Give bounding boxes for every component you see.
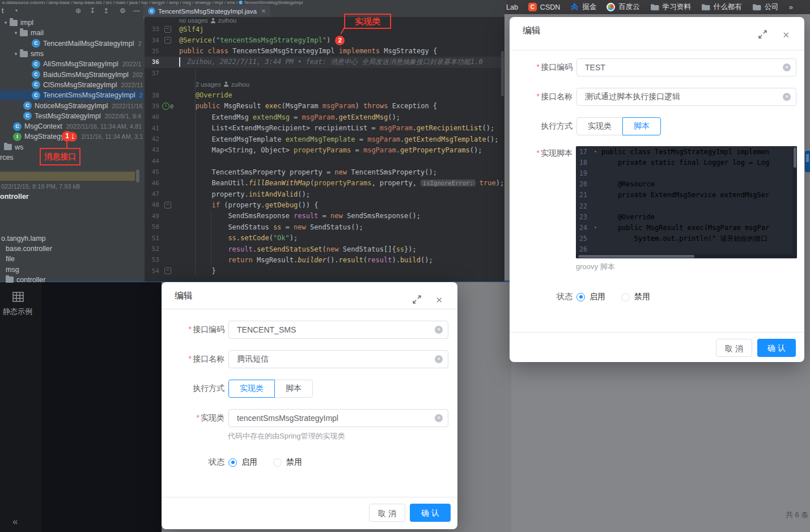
fold-icon[interactable]: − <box>164 202 171 208</box>
code-line[interactable]: 38@Override <box>145 90 504 100</box>
code-line[interactable]: 46BeanUtil.fillBeanWithMap(propertyParam… <box>145 177 504 188</box>
bookmarks-overflow-icon[interactable]: » <box>789 3 793 11</box>
clear-icon[interactable]: ✕ <box>435 414 443 422</box>
list-item[interactable]: file <box>0 254 142 264</box>
code-line[interactable]: 45TencentSmsProperty property = new Tenc… <box>145 167 504 177</box>
collapse-all-icon[interactable]: ↥ <box>103 7 109 15</box>
tree-item-sms[interactable]: ▾sms <box>0 49 143 59</box>
caret-line[interactable]: 36Zuihou, 2022/7/11, 3:44 PM • feat: 消息中… <box>145 57 504 67</box>
hide-panel-icon[interactable]: — <box>133 7 140 15</box>
script-code-line[interactable]: 22 <box>576 201 797 211</box>
script-code-line[interactable]: 23 @Override <box>576 211 797 222</box>
code-line[interactable]: 44 <box>145 156 504 167</box>
script-code-line[interactable]: 26 <box>576 244 797 255</box>
breadcrumb[interactable]: e-datasource-column / lamp-base / lamp-b… <box>0 0 507 5</box>
tree-item-AliSmsMsgStrategyImpl[interactable]: CAliSmsMsgStrategyImpl2022/1 <box>0 59 143 69</box>
exec-mode-script-button[interactable]: 脚本 <box>622 117 661 135</box>
override-method-icon[interactable]: ↑ <box>162 103 169 110</box>
script-hscrollbar[interactable] <box>576 254 797 258</box>
script-code-line[interactable]: 24▾ public MsgResult exec(MsgParam msgPa… <box>576 222 797 233</box>
api-name-input[interactable] <box>577 88 796 105</box>
impl-class-input[interactable] <box>229 410 448 427</box>
bookmark-CSDN[interactable]: CCSDN <box>528 3 560 11</box>
cancel-button[interactable]: 取 消 <box>716 339 752 357</box>
bookmark-百度云[interactable]: 百度云 <box>607 2 640 12</box>
code-line[interactable]: 49SendSmsResponse result = new SendSmsRe… <box>145 211 504 222</box>
tree-highlight-row[interactable] <box>0 172 135 181</box>
script-code-line[interactable]: 21 private ExtendMsgService extendMsgSer <box>576 190 797 201</box>
status-radio-disabled[interactable]: 禁用 <box>273 457 302 467</box>
bookmark-Lab[interactable]: Lab <box>506 3 518 11</box>
fullscreen-icon[interactable] <box>758 30 767 39</box>
tree-item-ClSmsMsgStrategyImpl[interactable]: CClSmsMsgStrategyImpl2022/11 <box>0 80 143 90</box>
script-code-line[interactable]: 20 @Resource <box>576 179 797 190</box>
exec-mode-impl-button[interactable]: 实现类 <box>228 380 275 398</box>
code-line[interactable]: 41List<ExtendMsgRecipient> recipientList… <box>145 123 504 134</box>
tree-item-TencentSmsMsgStrategyImpl[interactable]: CTencentSmsMsgStrategyImpl2 <box>0 90 143 100</box>
bookmark-什么都有[interactable]: 什么都有 <box>701 2 742 12</box>
gear-icon[interactable]: ⚙ <box>120 7 126 15</box>
script-vscrollbar[interactable] <box>792 146 797 254</box>
api-code-field[interactable]: ✕ <box>228 321 448 339</box>
code-line[interactable]: 54−} <box>145 266 504 276</box>
chevron-down-icon[interactable]: ▾ <box>2 20 10 25</box>
groovy-script-editor[interactable]: 17▾public class TestMsgStrategyImpl impl… <box>576 146 797 258</box>
list-item[interactable]: controller <box>0 275 142 285</box>
locate-file-icon[interactable]: ⊕ <box>75 7 81 15</box>
usages-inlay[interactable]: no usageszuihou <box>176 17 236 24</box>
fold-icon[interactable]: − <box>164 37 171 44</box>
tree-item-MsgContext[interactable]: CMsgContext2022/11/16, 11:34 AM, 4.81 k <box>0 121 143 131</box>
exec-mode-script-button[interactable]: 脚本 <box>274 380 313 398</box>
list-item[interactable]: msg <box>0 264 142 274</box>
code-editor[interactable]: no usageszuihou33−@Slf4j34−@Service("ten… <box>145 17 504 282</box>
tree-item-BaiduSmsMsgStrategyImpl[interactable]: CBaiduSmsMsgStrategyImpl202 <box>0 69 143 79</box>
clear-icon[interactable]: ✕ <box>783 93 791 101</box>
expand-all-icon[interactable]: ↧ <box>90 7 95 15</box>
code-line[interactable]: 33−@Slf4j <box>145 24 504 35</box>
api-name-field[interactable]: ✕ <box>576 88 796 106</box>
api-name-input[interactable] <box>229 351 448 368</box>
code-line[interactable]: 35public class TencentSmsMsgStrategyImpl… <box>145 46 504 57</box>
code-line[interactable]: 39↑@public MsgResult exec(MsgParam msgPa… <box>145 101 504 112</box>
edge-blue-button[interactable] <box>805 151 810 172</box>
grid-table-icon[interactable] <box>12 292 24 302</box>
code-line[interactable]: 48−if (property.getDebug()) { <box>145 199 504 210</box>
api-name-field[interactable]: ✕ <box>228 350 448 368</box>
tree-scrollbar-thumb[interactable] <box>136 169 139 182</box>
chevron-down-icon[interactable]: ▾ <box>15 8 18 13</box>
code-line[interactable]: 40ExtendMsg extendMsg = msgParam.getExte… <box>145 112 504 122</box>
list-item[interactable]: base.controller <box>0 244 142 254</box>
cancel-button[interactable]: 取 消 <box>369 504 405 522</box>
code-line[interactable]: 43Map<String, Object> propertyParams = m… <box>145 144 504 155</box>
tree-item-mail[interactable]: ▾mail <box>0 28 143 38</box>
confirm-button[interactable]: 确 认 <box>410 504 451 522</box>
code-line[interactable]: 34−@Service("tencentSmsMsgStrategyImpl")… <box>145 35 504 45</box>
code-line[interactable]: 42ExtendMsgTemplate extendMsgTemplate = … <box>145 134 504 144</box>
list-item[interactable]: o.tangyh.lamp <box>0 233 142 244</box>
project-header-label[interactable]: t <box>2 7 3 15</box>
clear-icon[interactable]: ✕ <box>783 63 791 71</box>
tree-item-impl[interactable]: ▾impl <box>0 18 143 28</box>
list-item[interactable]: ontroller <box>0 191 142 202</box>
status-radio-disabled[interactable]: 禁用 <box>621 292 650 302</box>
code-line[interactable]: 51ss.setCode("Ok"); <box>145 232 504 243</box>
tree-item-NoticeMsgStrategyImpl[interactable]: CNoticeMsgStrategyImpl2022/11/16, <box>0 100 143 110</box>
status-radio-enabled[interactable]: 启用 <box>576 292 605 302</box>
bookmark-掘金[interactable]: 掘金 <box>570 2 596 12</box>
sidebar-item-static-example[interactable]: 静态示例 <box>3 307 32 317</box>
code-line[interactable]: 47property.initAndValid(); <box>145 189 504 199</box>
clear-icon[interactable]: ✕ <box>435 326 443 334</box>
fold-icon[interactable]: − <box>164 26 171 33</box>
sidebar-collapse-button[interactable]: « <box>12 516 18 527</box>
api-code-input[interactable] <box>577 59 796 76</box>
tab-tencent-sms-file[interactable]: C TencentSmsMsgStrategyImpl.java ✕ <box>143 5 270 18</box>
confirm-button[interactable]: 确 认 <box>757 339 796 357</box>
code-line[interactable]: 53return MsgResult.builder().result(resu… <box>145 254 504 265</box>
exec-mode-impl-button[interactable]: 实现类 <box>576 117 623 135</box>
close-tab-icon[interactable]: ✕ <box>261 8 266 14</box>
script-code-line[interactable]: 18 private static final Logger log = Log <box>576 157 797 168</box>
fold-icon[interactable]: − <box>164 267 171 274</box>
api-code-field[interactable]: ✕ <box>576 58 796 76</box>
impl-class-field[interactable]: ✕ <box>228 409 448 427</box>
api-code-input[interactable] <box>229 321 448 338</box>
